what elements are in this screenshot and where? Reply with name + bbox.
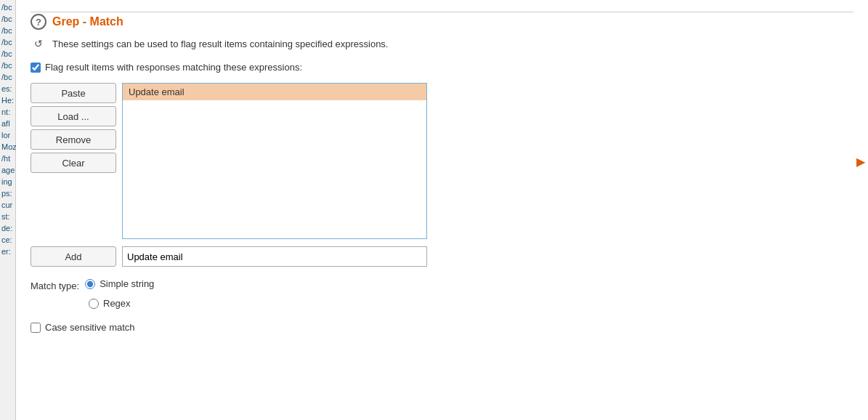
case-sensitive-checkbox[interactable] [31, 323, 41, 333]
sidebar-line-20: de: [0, 222, 16, 234]
sidebar-line-10: nt: [0, 106, 16, 118]
help-icon[interactable]: ? [31, 14, 46, 30]
add-row: Add [31, 246, 853, 267]
list-area: Update email ▶ [122, 83, 853, 239]
load-button[interactable]: Load ... [31, 106, 116, 126]
sidebar-line-7: /bc [0, 71, 16, 83]
sidebar-line-22: er: [0, 246, 16, 257]
match-type-section: Match type: Simple string Regex [31, 278, 853, 313]
button-column: Paste Load ... Remove Clear [31, 83, 116, 239]
case-sensitive-row: Case sensitive match [31, 322, 853, 333]
sidebar-line-16: ing [0, 176, 16, 187]
sidebar-line-15: age [0, 164, 16, 176]
regex-radio-row: Regex [89, 298, 131, 309]
top-divider [31, 12, 853, 12]
sidebar-line-19: st: [0, 211, 16, 222]
flag-checkbox-row: Flag result items with responses matchin… [31, 62, 853, 73]
sidebar-line-8: es: [0, 83, 16, 94]
sidebar-line-18: cur [0, 199, 16, 211]
sidebar-line-5: /bc [0, 48, 16, 60]
clear-button[interactable]: Clear [31, 153, 116, 173]
description-row: ↺ These settings can be used to flag res… [31, 36, 853, 52]
expression-list[interactable]: Update email [122, 83, 427, 239]
add-expression-input[interactable] [122, 246, 427, 267]
remove-button[interactable]: Remove [31, 129, 116, 150]
controls-area: Paste Load ... Remove Clear Update email… [31, 83, 853, 239]
title-row: ? Grep - Match [31, 14, 853, 30]
paste-button[interactable]: Paste [31, 83, 116, 103]
sidebar-line-3: /bc [0, 25, 16, 36]
simple-string-label: Simple string [100, 278, 154, 289]
sidebar-line-11: afl [0, 118, 16, 129]
arrow-indicator: ▶ [856, 154, 865, 168]
match-type-label: Match type: [31, 280, 79, 291]
description-text: These settings can be used to flag resul… [52, 39, 388, 49]
sidebar: /bc /bc /bc /bc /bc /bc /bc es: He: nt: … [0, 0, 16, 420]
flag-checkbox-label: Flag result items with responses matchin… [45, 62, 302, 73]
regex-label: Regex [103, 298, 131, 309]
sidebar-line-1: /bc [0, 1, 16, 13]
sidebar-line-4: /bc [0, 36, 16, 48]
sidebar-line-21: ce: [0, 234, 16, 246]
page-title: Grep - Match [52, 15, 123, 28]
sidebar-line-6: /bc [0, 60, 16, 71]
sidebar-line-9: He: [0, 94, 16, 106]
simple-string-radio[interactable] [85, 279, 95, 289]
sidebar-line-17: ps: [0, 187, 16, 199]
simple-string-radio-row: Simple string [85, 278, 154, 289]
regex-radio[interactable] [89, 299, 99, 309]
sidebar-line-12: lor [0, 129, 16, 141]
list-item[interactable]: Update email [123, 84, 426, 100]
main-panel: ? Grep - Match ↺ These settings can be u… [16, 0, 868, 420]
sidebar-line-2: /bc [0, 13, 16, 25]
reset-icon[interactable]: ↺ [31, 36, 46, 52]
flag-checkbox[interactable] [31, 62, 41, 73]
sidebar-line-14: /ht [0, 153, 16, 164]
case-sensitive-label: Case sensitive match [45, 322, 135, 333]
add-button[interactable]: Add [31, 246, 116, 267]
sidebar-line-13: Moz [0, 141, 16, 153]
